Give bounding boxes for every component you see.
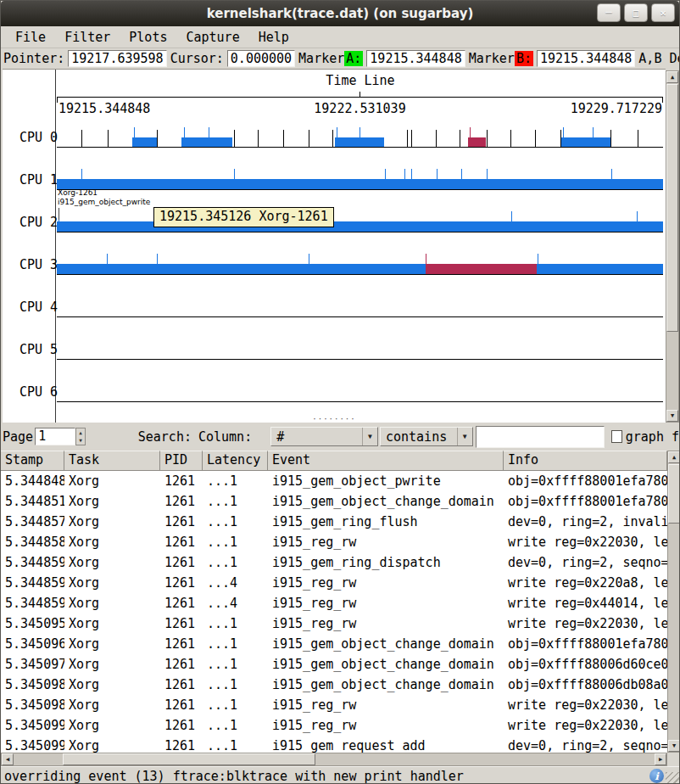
table-header: StampTaskPIDLatencyEventInfo <box>1 451 667 471</box>
close-button[interactable]: ✕ <box>651 3 675 22</box>
table-scroll-thumb[interactable] <box>668 464 680 524</box>
cell-stamp: 5.345097 <box>1 654 64 675</box>
column-select[interactable]: # ▼ <box>270 427 378 446</box>
table-row[interactable]: 5.344859Xorg1261...4i915_reg_rwwrite reg… <box>1 593 667 613</box>
pane-splitter-handle[interactable]: ········ <box>3 416 666 423</box>
table-scroll-down-button[interactable]: ▼ <box>668 740 680 752</box>
table-hscroll-thumb[interactable] <box>63 753 315 765</box>
task-block-alt[interactable] <box>426 264 537 274</box>
timeline-graph[interactable]: Time Line 19215.344848 19222.531039 1922… <box>3 69 666 423</box>
cell-info: obj=0xffff88001efa780 <box>504 491 667 512</box>
cpu-plot-2[interactable] <box>57 190 663 232</box>
maximize-button[interactable]: □ <box>624 3 648 22</box>
task-block[interactable] <box>181 137 232 147</box>
column-header-pid[interactable]: PID <box>160 451 203 471</box>
match-select[interactable]: contains ▼ <box>380 427 473 446</box>
column-header-event[interactable]: Event <box>268 451 504 471</box>
task-block-alt[interactable] <box>468 137 485 147</box>
cpu-plot-6[interactable] <box>57 360 663 402</box>
event-tick-blue <box>209 127 209 137</box>
table-row[interactable]: 5.345099Xorg1261...1i915_reg_rwwrite reg… <box>1 715 667 736</box>
cell-event: i915_gem_object_change_domain <box>268 675 504 695</box>
chevron-down-icon: ▼ <box>457 428 472 445</box>
marker-a-label: MarkerA: <box>298 51 363 66</box>
event-tick <box>411 130 412 147</box>
cell-event: i915_reg_rw <box>268 532 504 552</box>
table-scroll-up-button[interactable]: ▲ <box>668 451 680 463</box>
cpu-plot-5[interactable] <box>57 317 663 360</box>
page-spin-buttons[interactable]: ▲▼ <box>75 428 86 445</box>
cpu-plot-1[interactable] <box>57 148 663 190</box>
cpu-plot-0[interactable] <box>57 105 663 148</box>
window-controls: ─ □ ✕ <box>597 3 675 22</box>
cell-info: obj=0xffff88006d60ce0 <box>504 654 667 675</box>
event-tick-blue <box>487 169 488 179</box>
menu-plots[interactable]: Plots <box>120 28 176 47</box>
table-row[interactable]: 5.345098Xorg1261...1i915_gem_object_chan… <box>1 675 667 695</box>
cpu2-task-label: Xorg-1261 <box>58 188 98 198</box>
task-block[interactable] <box>561 137 610 147</box>
page-input[interactable]: 1 <box>35 428 75 445</box>
menu-filter[interactable]: Filter <box>55 28 120 47</box>
graph-scroll-thumb[interactable] <box>666 84 678 332</box>
resize-grip[interactable] <box>666 772 679 784</box>
table-hscrollbar[interactable]: ◀ ▶ <box>1 753 667 766</box>
status-message: overriding event (13) ftrace:blktrace wi… <box>4 769 464 784</box>
menu-file[interactable]: File <box>6 28 55 47</box>
column-header-latency[interactable]: Latency <box>203 451 268 471</box>
column-header-stamp[interactable]: Stamp <box>1 451 64 471</box>
match-select-value: contains <box>381 429 457 445</box>
table-row[interactable]: 5.344851Xorg1261...1i915_gem_object_chan… <box>1 491 667 512</box>
table-row[interactable]: 5.344858Xorg1261...1i915_reg_rwwrite reg… <box>1 532 667 552</box>
search-input[interactable] <box>476 426 605 448</box>
cpu-task-bar[interactable] <box>57 221 663 232</box>
cell-pid: 1261 <box>160 736 203 753</box>
info-icon[interactable]: i <box>649 769 664 783</box>
table-scroll-right-button[interactable]: ▶ <box>655 753 666 765</box>
graph-scroll-down-button[interactable]: ▼ <box>666 410 678 422</box>
cpu-task-bar[interactable] <box>57 179 663 189</box>
table-scroll-left-button[interactable]: ◀ <box>2 753 14 765</box>
maximize-icon: □ <box>633 7 638 19</box>
table-row[interactable]: 5.345096Xorg1261...1i915_gem_object_chan… <box>1 634 667 654</box>
table-row[interactable]: 5.345098Xorg1261...1i915_reg_rwwrite reg… <box>1 695 667 715</box>
table-row[interactable]: 5.345095Xorg1261...1i915_reg_rwwrite reg… <box>1 613 667 634</box>
table-row[interactable]: 5.344859Xorg1261...4i915_reg_rwwrite reg… <box>1 573 667 593</box>
cell-stamp: 5.345098 <box>1 695 64 715</box>
cursor-label: Cursor: <box>170 51 224 66</box>
table-row[interactable]: 5.344848Xorg1261...1i915_gem_object_pwri… <box>1 471 667 491</box>
menu-help[interactable]: Help <box>249 28 298 47</box>
event-tick <box>332 130 333 147</box>
task-block[interactable] <box>132 137 157 147</box>
cell-latency: ...1 <box>203 695 268 715</box>
table-row[interactable]: 5.344857Xorg1261...1i915_gem_ring_flushd… <box>1 512 667 532</box>
event-tick <box>234 130 235 147</box>
graph-scroll-up-button[interactable]: ▲ <box>666 71 678 83</box>
cell-stamp: 5.344851 <box>1 491 64 512</box>
graph-vscrollbar[interactable]: ▲ ▼ <box>666 70 679 423</box>
column-select-value: # <box>271 429 362 445</box>
cpu-plot-4[interactable] <box>57 275 663 317</box>
event-tick-blue <box>184 127 185 137</box>
cell-latency: ...1 <box>203 512 268 532</box>
column-header-task[interactable]: Task <box>64 451 160 471</box>
cpu-task-bar[interactable] <box>57 264 663 274</box>
cpu-plot-3[interactable] <box>57 232 663 275</box>
arrow-down-icon: ▼ <box>671 412 674 419</box>
table-vscrollbar[interactable]: ▲ ▼ <box>667 451 680 753</box>
event-tick <box>81 130 82 147</box>
column-header-info[interactable]: Info <box>504 451 667 471</box>
minimize-button[interactable]: ─ <box>597 3 621 22</box>
cpu-row-4: CPU 4 <box>3 275 663 317</box>
menu-capture[interactable]: Capture <box>176 28 248 47</box>
table-row[interactable]: 5.344859Xorg1261...1i915_gem_ring_dispat… <box>1 552 667 573</box>
cell-task: Xorg <box>64 654 160 675</box>
table-row[interactable]: 5.345099Xorg1261...1i915_gem_request_add… <box>1 736 667 753</box>
table-row[interactable]: 5.345097Xorg1261...1i915_gem_object_chan… <box>1 654 667 675</box>
cpu-label-4: CPU 4 <box>20 300 58 315</box>
cell-event: i915_gem_ring_dispatch <box>268 552 504 573</box>
cell-stamp: 5.345099 <box>1 715 64 736</box>
titlebar[interactable]: kernelshark(trace.dat) (on sugarbay) ─ □… <box>1 1 679 26</box>
task-block[interactable] <box>335 137 384 147</box>
graph-follows-checkbox[interactable] <box>611 430 622 443</box>
